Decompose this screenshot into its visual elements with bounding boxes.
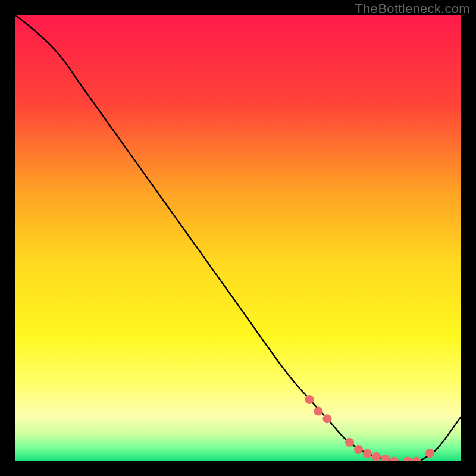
curve-marker [314,407,323,416]
watermark-text: TheBottleneck.com [355,1,470,17]
plot-area [15,15,461,461]
curve-marker [363,449,372,458]
curve-marker [425,449,434,458]
gradient-background [15,15,461,461]
chart-svg [15,15,461,461]
curve-marker [372,452,381,461]
curve-marker [323,414,332,423]
chart-container: TheBottleneck.com [0,0,476,476]
curve-marker [345,438,354,447]
curve-marker [305,395,314,404]
curve-marker [354,445,363,454]
